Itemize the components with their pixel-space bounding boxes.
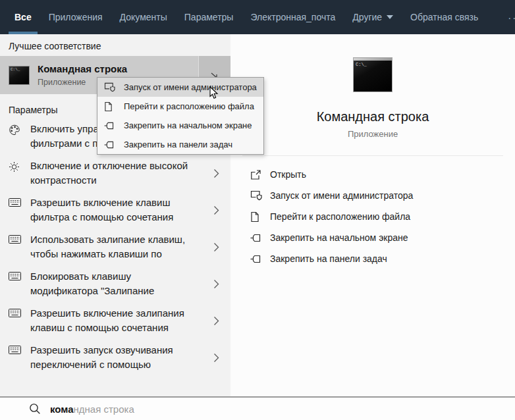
- setting-result-label: Включение и отключение высокой контрастн…: [30, 159, 202, 188]
- search-header-bar: Все Приложения Документы Параметры Элект…: [0, 0, 515, 34]
- menu-item-label: Закрепить на начальном экране: [124, 120, 252, 130]
- menu-item-open-file-location[interactable]: Перейти к расположению файла: [97, 97, 263, 116]
- preview-panel: C:\_ Командная строка Приложение Открыть…: [230, 34, 515, 396]
- search-icon: [29, 403, 41, 415]
- pin-icon: [250, 255, 270, 263]
- menu-item-label: Перейти к расположению файла: [124, 101, 254, 111]
- keyboard-icon: [9, 306, 30, 335]
- run-as-admin-icon: [250, 190, 270, 201]
- setting-result-label: Использовать залипание клавиш, чтобы наж…: [30, 232, 202, 261]
- setting-result-filter-keys[interactable]: Разрешить включение клавиш фильтра с пом…: [0, 196, 230, 224]
- search-input[interactable]: командная строка: [0, 396, 515, 420]
- setting-result-label: Разрешить включение залипания клавиш с п…: [30, 306, 202, 335]
- setting-result-lock-modifier[interactable]: Блокировать клавишу модификатора "Залипа…: [0, 269, 230, 298]
- run-as-admin-icon: [104, 82, 117, 92]
- tab-more-filters[interactable]: Другие: [346, 0, 399, 34]
- chevron-right-icon: [202, 306, 230, 335]
- preview-divider: [242, 155, 503, 156]
- search-query-text: командная строка: [50, 404, 134, 415]
- command-prompt-icon-text: C:\_: [11, 67, 20, 72]
- action-pin-to-start[interactable]: Закрепить на начальном экране: [230, 227, 515, 248]
- dropdown-arrow-icon: [387, 15, 393, 19]
- chevron-right-icon: [202, 232, 230, 261]
- best-match-title: Командная строка: [38, 63, 127, 75]
- keyboard-icon: [9, 343, 30, 372]
- tab-email[interactable]: Электронная_почта: [244, 0, 341, 34]
- file-location-icon: [104, 101, 117, 112]
- chevron-right-icon: [202, 159, 230, 188]
- action-label: Открыть: [270, 169, 306, 180]
- setting-result-label: Блокировать клавишу модификатора "Залипа…: [30, 269, 202, 298]
- setting-result-enable-sticky[interactable]: Разрешить включение залипания клавиш с п…: [0, 306, 230, 335]
- chevron-right-icon: [202, 196, 230, 224]
- search-suggestion-text: ндная строка: [74, 404, 134, 415]
- preview-app-subtitle: Приложение: [230, 129, 515, 139]
- keyboard-icon: [9, 196, 30, 224]
- menu-item-label: Запуск от имени администратора: [124, 82, 257, 92]
- tab-documents[interactable]: Документы: [114, 0, 173, 34]
- preview-app-title: Командная строка: [230, 109, 515, 124]
- tab-all[interactable]: Все: [9, 0, 38, 34]
- setting-result-high-contrast[interactable]: Включение и отключение высокой контрастн…: [0, 159, 230, 188]
- contrast-icon: [9, 159, 30, 188]
- file-location-icon: [250, 211, 270, 223]
- command-prompt-icon-large: C:\_: [353, 57, 393, 92]
- action-open[interactable]: Открыть: [230, 164, 515, 185]
- preview-actions-list: Открыть Запуск от имени администратора П…: [230, 164, 515, 269]
- open-icon: [250, 169, 270, 180]
- command-prompt-icon-titlebar: [354, 58, 392, 61]
- tab-settings[interactable]: Параметры: [178, 0, 240, 34]
- more-options-button[interactable]: ···: [501, 0, 515, 34]
- command-prompt-icon: C:\_: [9, 66, 30, 85]
- setting-result-label: Разрешить запуск озвучивания переключени…: [30, 343, 202, 372]
- tab-more-filters-label: Другие: [352, 12, 382, 22]
- action-open-file-location[interactable]: Перейти к расположению файла: [230, 206, 515, 227]
- menu-item-run-as-admin[interactable]: Запуск от имени администратора: [97, 78, 263, 97]
- pin-icon: [104, 141, 117, 149]
- action-label: Запуск от имени администратора: [270, 190, 413, 201]
- action-pin-to-taskbar[interactable]: Закрепить на панели задач: [230, 248, 515, 269]
- menu-item-label: Закрепить на панели задач: [124, 140, 232, 149]
- action-label: Закрепить на начальном экране: [270, 232, 408, 243]
- menu-item-pin-to-start[interactable]: Закрепить на начальном экране: [97, 116, 263, 135]
- menu-item-pin-to-taskbar[interactable]: Закрепить на панели задач: [97, 135, 263, 154]
- context-menu: Запуск от имени администратора Перейти к…: [97, 77, 264, 155]
- keyboard-icon: [9, 269, 30, 298]
- action-run-as-admin[interactable]: Запуск от имени администратора: [230, 185, 515, 206]
- command-prompt-icon-text: C:\_: [356, 62, 367, 67]
- setting-result-toggle-sounds[interactable]: Разрешить запуск озвучивания переключени…: [0, 343, 230, 372]
- action-label: Перейти к расположению файла: [270, 211, 410, 222]
- chevron-right-icon: [202, 343, 230, 372]
- color-filters-icon: [9, 122, 30, 151]
- best-match-header: Лучшее соответствие: [9, 41, 230, 53]
- setting-result-label: Разрешить включение клавиш фильтра с пом…: [30, 196, 202, 224]
- tab-apps[interactable]: Приложения: [43, 0, 109, 34]
- mouse-cursor: [209, 86, 219, 99]
- feedback-button[interactable]: Обратная связь: [404, 0, 484, 34]
- setting-result-sticky-keys[interactable]: Использовать залипание клавиш, чтобы наж…: [0, 232, 230, 261]
- pin-icon: [250, 234, 270, 242]
- keyboard-icon: [9, 232, 30, 261]
- pin-icon: [104, 122, 117, 130]
- search-typed-text: кома: [50, 404, 74, 415]
- chevron-right-icon: [202, 269, 230, 298]
- settings-results-list: Включить упра фильтрами с по Включение и…: [0, 122, 230, 372]
- action-label: Закрепить на панели задач: [270, 253, 387, 264]
